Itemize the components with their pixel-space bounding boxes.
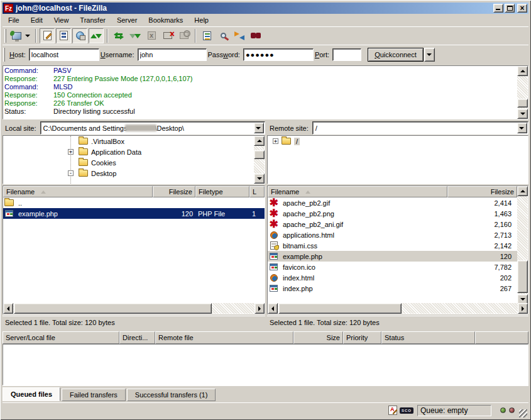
column-direction[interactable]: Directi... [119,331,155,344]
minimize-button[interactable] [493,4,503,13]
maximize-button[interactable] [505,4,515,13]
filezilla-window: Fz john@localhost - FileZilla × File Edi… [0,0,531,420]
toolbar-separator [35,29,36,43]
remote-vertical-scrollbar[interactable] [517,186,528,304]
toolbar-grip[interactable] [4,29,6,43]
remote-horizontal-scrollbar[interactable] [268,303,528,314]
scroll-up-icon [257,140,262,142]
toggle-local-tree-button[interactable] [56,28,71,43]
queue-list[interactable] [3,344,528,385]
local-horizontal-scrollbar[interactable] [3,303,265,314]
column-filesize[interactable]: Filesize [153,186,195,197]
site-manager-dropdown-icon[interactable] [25,35,30,37]
file-row-parent[interactable]: .. [3,197,265,208]
local-list-header: Filename Filesize Filetype L [3,186,265,197]
filter-button[interactable] [199,28,214,43]
speedlimit-indicator-icon[interactable]: SCO [400,407,413,414]
remote-site-combo[interactable]: / [312,121,528,135]
local-site-combo[interactable]: C:\Documents and Settings\Desktop\ [40,121,265,135]
column-filesize[interactable]: Filesize [447,186,517,197]
host-label: Host: [9,51,26,58]
toggle-remote-tree-button[interactable] [72,28,87,43]
remote-directory-tree[interactable]: + / [267,135,528,184]
find-files-button[interactable] [248,28,263,43]
file-row[interactable]: index.php267 [268,283,517,294]
collapse-icon[interactable]: - [68,170,74,176]
column-server-local-file[interactable]: Server/Local file [3,331,119,344]
quickconnect-bar: Host: Username: Password: Port: Quickcon… [3,45,528,64]
log-line: Response:226 Transfer OK [4,99,528,108]
close-button[interactable]: × [517,4,527,13]
expand-icon[interactable]: + [68,149,74,155]
file-row[interactable]: applications.html2,713 [268,229,517,240]
column-lastmodified[interactable]: L [249,186,265,197]
queue-tabs: Queued files Failed transfers Successful… [3,385,528,401]
file-row-selected[interactable]: example.php 120 PHP File 1 [3,208,265,219]
password-input[interactable] [243,48,314,61]
file-row[interactable]: ✱apache_pb2.gif2,414 [268,197,517,208]
file-row[interactable]: favicon.ico7,782 [268,262,517,272]
column-status[interactable]: Status [381,331,475,344]
remote-site-dropdown-button[interactable] [517,123,527,133]
transfer-type-indicator-icon[interactable]: A [388,406,397,415]
username-input[interactable] [138,48,207,61]
menu-bookmarks[interactable]: Bookmarks [143,15,189,25]
local-tree-vertical-scrollbar[interactable] [254,136,265,184]
site-manager-button[interactable] [9,28,24,43]
php-file-icon [270,285,278,292]
directory-comparison-button[interactable] [216,28,231,43]
column-priority[interactable]: Priority [343,331,381,344]
host-input[interactable] [29,48,99,61]
file-row[interactable]: ✱apache_pb2_ani.gif2,160 [268,219,517,229]
folder-icon [4,199,14,206]
synchronized-browsing-button[interactable] [232,28,247,43]
local-site-dropdown-button[interactable] [254,123,264,133]
folder-icon [79,148,88,155]
expand-icon[interactable]: + [273,138,278,144]
scroll-right-icon [258,306,261,311]
quickconnect-button[interactable]: Quickconnect [368,48,424,62]
remote-file-list[interactable]: Filename Filesize ✱apache_pb2.gif2,414 ✱… [267,185,528,314]
refresh-button[interactable] [111,28,126,43]
process-queue-icon [130,32,140,40]
tree-item[interactable]: -Desktop [3,168,265,179]
local-directory-tree[interactable]: .VirtualBox +Application Data Cookies -D… [3,135,265,184]
column-filename[interactable]: Filename [3,186,153,197]
process-queue-button[interactable] [128,28,143,43]
tab-successful-transfers[interactable]: Successful transfers (1) [127,389,216,401]
menu-server[interactable]: Server [111,15,143,25]
tree-item[interactable]: + / [268,136,528,146]
menu-file[interactable]: File [3,15,25,25]
file-row[interactable]: index.html202 [268,272,517,283]
column-remote-file[interactable]: Remote file [155,331,293,344]
tree-item[interactable]: Cookies [3,157,265,168]
apache-file-icon: ✱ [269,221,278,228]
menu-view[interactable]: View [48,15,75,25]
quickconnect-dropdown-button[interactable] [424,48,435,62]
file-row[interactable]: bitnami.css2,142 [268,240,517,251]
quickconnect-grip[interactable] [3,48,5,62]
message-log[interactable]: Command:PASV Response:227 Entering Passi… [3,65,528,119]
toggle-queue-button[interactable] [89,28,104,43]
tab-queued-files[interactable]: Queued files [3,387,60,401]
disconnect-button[interactable] [160,28,175,43]
log-vertical-scrollbar[interactable] [517,66,528,119]
tree-item[interactable]: .VirtualBox [3,136,265,146]
menu-transfer[interactable]: Transfer [74,15,111,25]
column-filetype[interactable]: Filetype [195,186,249,197]
file-row-selected[interactable]: example.php120 [268,251,517,262]
local-file-list[interactable]: Filename Filesize Filetype L .. example.… [3,185,265,314]
menu-help[interactable]: Help [189,15,214,25]
menu-edit[interactable]: Edit [25,15,48,25]
message-log-icon [43,31,52,40]
tree-item[interactable]: +Application Data [3,146,265,157]
column-size[interactable]: Size [293,331,343,344]
file-row[interactable]: ✱apache_pb2.png1,463 [268,208,517,219]
resize-grip[interactable] [519,409,527,417]
refresh-icon [114,31,124,40]
port-input[interactable] [332,48,361,61]
tab-failed-transfers[interactable]: Failed transfers [62,389,126,401]
column-filename[interactable]: Filename [268,186,447,197]
toggle-message-log-button[interactable] [40,28,55,43]
title-bar[interactable]: Fz john@localhost - FileZilla × [3,3,528,14]
